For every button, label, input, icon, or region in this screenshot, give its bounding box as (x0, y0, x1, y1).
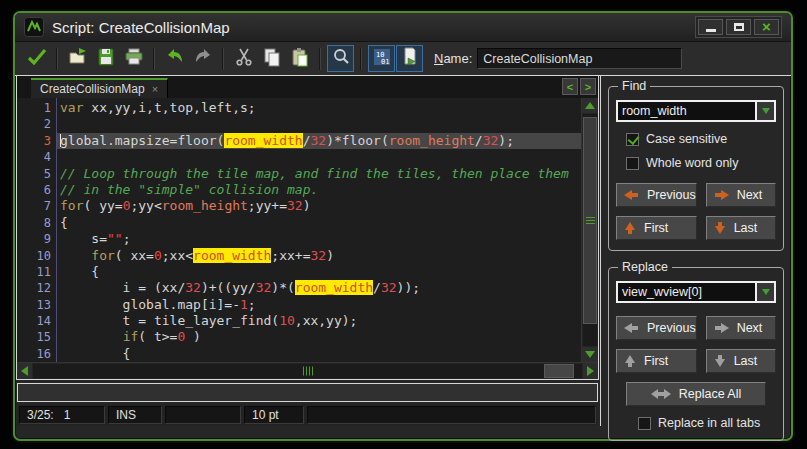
arrow-left-icon (624, 189, 639, 201)
find-group: Find room_width Case sensitive Whole wor… (608, 86, 784, 251)
code-line[interactable]: for( xx=0;xx<room_width;xx+=32) (57, 248, 581, 264)
line-number: 9 (17, 231, 56, 247)
code-line[interactable] (57, 149, 581, 165)
case-sensitive-checkbox[interactable] (626, 133, 639, 146)
whole-word-row[interactable]: Whole word only (626, 156, 776, 170)
script-name-input[interactable] (477, 48, 682, 69)
dropdown-arrow-icon (762, 289, 770, 295)
vertical-scroll-thumb[interactable] (583, 117, 597, 324)
minimize-button[interactable] (698, 19, 723, 35)
find-buttons: Previous Next First Last (616, 183, 776, 240)
tab-createcollisionmap[interactable]: CreateCollisionMap × (31, 78, 168, 98)
whole-word-checkbox[interactable] (626, 157, 639, 170)
vertical-scroll-track[interactable] (583, 114, 597, 346)
save-button[interactable] (92, 45, 119, 72)
toolbar-separator (56, 48, 58, 70)
scroll-left-button[interactable] (17, 363, 32, 379)
tab-scroll-left-button[interactable]: < (562, 78, 578, 95)
paste-button[interactable] (286, 45, 313, 72)
scroll-down-button[interactable] (582, 347, 598, 362)
title-bar[interactable]: Script: CreateCollisionMap × (15, 13, 791, 42)
scroll-up-button[interactable] (582, 98, 598, 113)
code-line[interactable]: var xx,yy,i,t,top,left,s; (57, 100, 581, 116)
replace-dropdown-button[interactable] (755, 283, 774, 301)
search-toggle-button[interactable] (327, 45, 354, 72)
find-last-button[interactable]: Last (706, 216, 776, 240)
find-next-button[interactable]: Next (706, 183, 776, 207)
horizontal-scroll-track[interactable] (33, 364, 582, 378)
scroll-right-button[interactable] (583, 363, 598, 379)
code-line[interactable]: // in the "simple" collision map. (57, 182, 581, 198)
code-view-toggle-button[interactable]: 1001 (368, 45, 395, 72)
redo-icon (193, 47, 213, 71)
undo-button[interactable] (161, 45, 188, 72)
replace-group: Replace view_wview[0] Previous Next Firs… (608, 267, 784, 441)
find-group-title: Find (618, 79, 650, 93)
replace-in-all-tabs-checkbox[interactable] (638, 417, 651, 430)
replace-first-button[interactable]: First (616, 349, 697, 373)
toolbar-separator (153, 48, 155, 70)
replace-in-all-tabs-row[interactable]: Replace in all tabs (638, 416, 776, 430)
replace-all-button[interactable]: Replace All (626, 382, 766, 406)
editor-column: CreateCollisionMap × < > 123456789101112… (15, 76, 600, 426)
close-button[interactable]: × (754, 19, 779, 35)
find-previous-button[interactable]: Previous (616, 183, 697, 207)
code-editor-panel: CreateCollisionMap × < > 123456789101112… (16, 76, 599, 380)
tab-bar: CreateCollisionMap × < > (17, 76, 598, 98)
vertical-scrollbar[interactable] (581, 98, 598, 362)
case-sensitive-row[interactable]: Case sensitive (626, 132, 776, 146)
cut-button[interactable] (230, 45, 257, 72)
print-icon (124, 47, 144, 71)
code-line[interactable]: t = tile_layer_find(10,xx,yy); (57, 313, 581, 329)
arrow-left-icon (624, 322, 639, 334)
undo-icon (165, 47, 185, 71)
code-line[interactable]: { (57, 215, 581, 231)
code-line[interactable]: // Loop through the tile map, and find t… (57, 166, 581, 182)
replace-previous-button[interactable]: Previous (616, 316, 697, 340)
arrow-right-icon (714, 189, 729, 201)
code-line[interactable]: global.mapsize=floor(room_width/32)*floo… (57, 133, 581, 149)
cut-scissors-icon (234, 47, 254, 71)
replace-last-button[interactable]: Last (706, 349, 776, 373)
page-arrow-icon (400, 47, 420, 71)
replace-combobox[interactable]: view_wview[0] (616, 281, 776, 303)
code-line[interactable]: { (57, 346, 581, 362)
open-button[interactable] (64, 45, 91, 72)
tab-scroll-buttons: < > (562, 78, 596, 95)
status-cursor-position: 3/25: 1 (19, 406, 105, 424)
redo-button[interactable] (189, 45, 216, 72)
horizontal-scrollbar[interactable] (17, 362, 598, 379)
line-number: 15 (17, 329, 56, 345)
tab-close-icon[interactable]: × (152, 83, 158, 95)
code-line[interactable]: if( t>=0 ) (57, 329, 581, 345)
bottom-strip (17, 383, 598, 402)
line-number: 14 (17, 313, 56, 329)
code-line[interactable]: for( yy=0;yy<room_height;yy+=32) (57, 198, 581, 214)
confirm-button[interactable] (23, 45, 50, 72)
find-combobox[interactable]: room_width (616, 100, 776, 122)
find-first-button[interactable]: First (616, 216, 697, 240)
find-dropdown-button[interactable] (755, 102, 774, 120)
tab-scroll-right-button[interactable]: > (580, 78, 596, 95)
print-button[interactable] (120, 45, 147, 72)
code-line[interactable] (57, 116, 581, 132)
find-query-value[interactable]: room_width (618, 102, 755, 120)
dropdown-arrow-icon (762, 108, 770, 114)
replace-value[interactable]: view_wview[0] (618, 283, 755, 301)
tab-label: CreateCollisionMap (40, 82, 145, 96)
replace-in-all-tabs-label: Replace in all tabs (658, 416, 760, 430)
code-line[interactable]: i = (xx/32)+((yy/32)*(room_width/32)); (57, 280, 581, 296)
code-line[interactable]: { (57, 264, 581, 280)
code-lines[interactable]: var xx,yy,i,t,top,left,s;global.mapsize=… (57, 98, 581, 362)
horizontal-scroll-thumb[interactable] (544, 364, 574, 378)
maximize-button[interactable] (726, 19, 751, 35)
code-line[interactable]: s=""; (57, 231, 581, 247)
paste-clipboard-icon (290, 47, 310, 71)
copy-button[interactable] (258, 45, 285, 72)
close-icon: × (762, 21, 771, 33)
status-cell-spacer (307, 406, 596, 424)
confirm-check-icon (27, 47, 47, 71)
code-line[interactable]: global.map[i]=-1; (57, 297, 581, 313)
replace-next-button[interactable]: Next (706, 316, 776, 340)
goto-line-button[interactable] (396, 45, 423, 72)
